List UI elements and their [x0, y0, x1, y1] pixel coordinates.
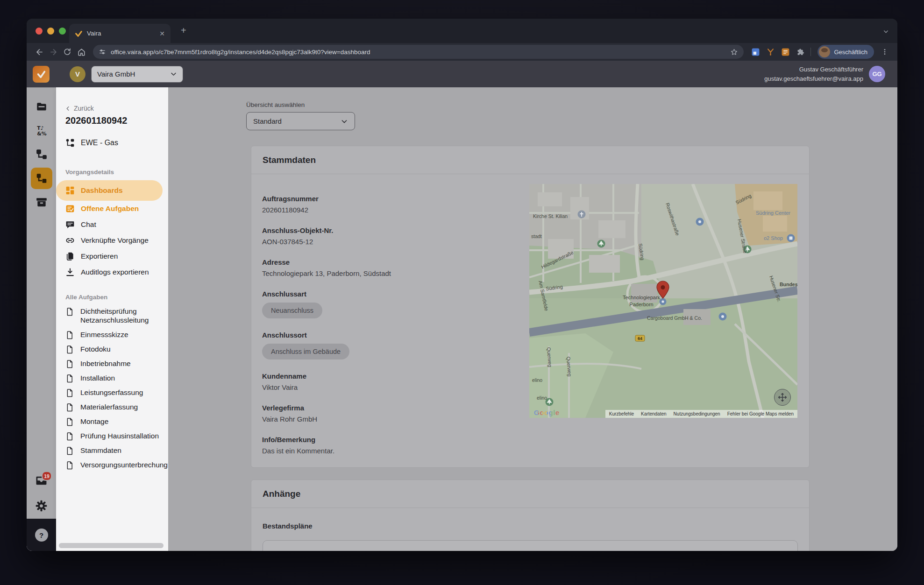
- gear-icon: [35, 500, 48, 512]
- sidebar-item-chat[interactable]: Chat: [65, 217, 168, 233]
- bestandsplaene-dropzone[interactable]: [263, 540, 798, 551]
- task-item-leistungserfassung[interactable]: Leistungserfassung: [65, 388, 168, 397]
- field-label: Auftragsnummer: [262, 195, 529, 203]
- org-select[interactable]: Vaira GmbH: [91, 66, 183, 83]
- tab-strip: Vaira ✕ +: [27, 19, 897, 43]
- sidebar-item-label: Dashboards: [81, 186, 123, 195]
- map-label[interactable]: Südring Center: [756, 210, 790, 216]
- home-button[interactable]: [74, 45, 88, 58]
- reload-button[interactable]: [60, 45, 74, 58]
- sidebar-item-verknuepfte-vorgaenge[interactable]: Verknüpfte Vorgänge: [65, 233, 168, 248]
- rail-item-instances-active[interactable]: [31, 168, 52, 189]
- bookmark-star-icon[interactable]: [730, 48, 738, 56]
- field-label: Anschlussart: [262, 290, 529, 298]
- map-terms-link[interactable]: Nutzungsbedingungen: [674, 411, 720, 416]
- sidebar-item-dashboards[interactable]: Dashboards: [56, 180, 163, 201]
- field-label: Info/Bemerkung: [262, 436, 529, 444]
- rail-item-projects[interactable]: [31, 96, 52, 118]
- task-item-dichtheitspruefung[interactable]: Dichtheitsprüfung Netzanschlussleitung: [65, 307, 168, 325]
- bestandsplaene-label: Bestandspläne: [263, 522, 798, 530]
- task-item-versorgungsunterbrechung[interactable]: Versorgungsunterbrechung: [65, 460, 168, 470]
- field-types-icon: T♪ &%: [36, 125, 48, 137]
- field-label: Anschlussort: [262, 331, 529, 339]
- field-anschluss-objekt-nr: Anschluss-Objekt-Nr. AON-037845-12: [262, 226, 529, 246]
- site-settings-icon[interactable]: [99, 48, 106, 56]
- route-badge: 64: [635, 335, 645, 341]
- map-report-link[interactable]: Fehler bei Google Maps melden: [727, 411, 794, 416]
- svg-text:64: 64: [638, 336, 642, 341]
- overview-select[interactable]: Standard: [246, 112, 355, 130]
- drawer-horizontal-scrollbar[interactable]: [59, 543, 163, 548]
- chat-icon: [65, 220, 75, 229]
- browser-profile-chip[interactable]: Geschäftlich: [817, 45, 874, 59]
- back-label: Zurück: [74, 105, 94, 112]
- back-button[interactable]: [32, 45, 46, 58]
- map-label: Bundesstr.: [780, 282, 797, 287]
- google-logo[interactable]: Google: [534, 409, 560, 416]
- task-item-stammdaten[interactable]: Stammdaten: [65, 446, 168, 455]
- close-window-button[interactable]: [36, 28, 43, 35]
- help-button[interactable]: ?: [35, 529, 48, 542]
- task-label: Materialerfassung: [80, 402, 161, 411]
- field-value: Vaira Rohr GmbH: [262, 415, 529, 423]
- vaira-favicon-icon: [75, 30, 82, 37]
- rail-item-data-fields[interactable]: T♪ &%: [31, 120, 52, 141]
- new-tab-button[interactable]: +: [181, 26, 186, 35]
- inbox-badge: 19: [42, 471, 52, 481]
- rail-item-archive[interactable]: [31, 191, 52, 213]
- forward-button[interactable]: [46, 45, 60, 58]
- url-bar[interactable]: office.vaira.app/o/c7be7mnm5f1rdro8tg2g/…: [93, 45, 744, 59]
- extension-orange-icon[interactable]: [781, 48, 790, 56]
- app-header: V Vaira GmbH Gustav Geschäftsführer gust…: [27, 61, 897, 87]
- task-item-fotodoku[interactable]: Fotodoku: [65, 345, 168, 354]
- google-map[interactable]: 64 Kirche St. Kilian Roswithastraße Südr…: [529, 184, 797, 418]
- rail-item-settings[interactable]: [27, 500, 56, 512]
- extension-blue-icon[interactable]: [751, 48, 760, 56]
- task-label: Dichtheitsprüfung Netzanschlussleitung: [80, 307, 161, 325]
- task-label: Versorgungsunterbrechung: [80, 460, 161, 469]
- task-item-inbetriebnahme[interactable]: Inbetriebnahme: [65, 359, 168, 368]
- map-pan-control[interactable]: [774, 389, 791, 406]
- browser-tab-vaira[interactable]: Vaira ✕: [69, 24, 171, 43]
- main-content: Übersicht auswählen Standard Stammdaten …: [168, 87, 897, 551]
- tab-close-icon[interactable]: ✕: [159, 30, 165, 37]
- browser-profile-avatar: [819, 46, 830, 57]
- maximize-window-button[interactable]: [59, 28, 66, 35]
- org-select-value: Vaira GmbH: [97, 70, 135, 78]
- org-avatar: V: [70, 66, 85, 82]
- task-item-einmessskizze[interactable]: Einmessskizze: [65, 330, 168, 339]
- extensions-puzzle-icon[interactable]: [796, 48, 805, 56]
- user-avatar[interactable]: GG: [869, 66, 885, 82]
- field-verlegefirma: Verlegefirma Vaira Rohr GmbH: [262, 404, 529, 423]
- task-label: Montage: [80, 417, 161, 426]
- sidebar-item-offene-aufgaben[interactable]: Offene Aufgaben: [65, 201, 168, 217]
- sidebar-item-exportieren[interactable]: Exportieren: [65, 248, 168, 264]
- task-item-montage[interactable]: Montage: [65, 417, 168, 426]
- project-link[interactable]: EWE - Gas: [65, 138, 168, 148]
- map-label[interactable]: o2 Shop: [764, 235, 783, 241]
- app-body: T♪ &%: [27, 87, 897, 551]
- rail-item-inbox[interactable]: 19: [27, 474, 56, 487]
- map-label[interactable]: Paderborn: [629, 302, 653, 307]
- minimize-window-button[interactable]: [47, 28, 54, 35]
- map-label[interactable]: Technologiepark: [623, 295, 661, 300]
- map-shortcuts-link[interactable]: Kurzbefehle: [609, 411, 634, 416]
- task-item-materialerfassung[interactable]: Materialerfassung: [65, 402, 168, 412]
- sidebar-item-auditlogs[interactable]: Auditlogs exportieren: [65, 264, 168, 280]
- open-tasks-icon: [65, 204, 75, 213]
- back-link[interactable]: Zurück: [65, 105, 168, 112]
- field-label: Kundenname: [262, 372, 529, 380]
- file-icon: [65, 359, 74, 368]
- tab-search-chevron-icon[interactable]: [883, 28, 889, 36]
- task-item-pruefung-hausinstallation[interactable]: Prüfung Hausinstallation: [65, 431, 168, 441]
- map-label[interactable]: Cargoboard GmbH & Co.: [647, 315, 702, 321]
- url-text[interactable]: office.vaira.app/o/c7be7mnm5f1rdro8tg2g/…: [111, 49, 725, 56]
- rail-item-workflows[interactable]: [31, 144, 52, 165]
- task-item-installation[interactable]: Installation: [65, 374, 168, 383]
- browser-menu-dots-icon[interactable]: [878, 45, 892, 58]
- task-label: Einmessskizze: [80, 330, 161, 339]
- map-data-link[interactable]: Kartendaten: [641, 411, 667, 416]
- browser-profile-label: Geschäftlich: [834, 49, 867, 56]
- extension-plug-icon[interactable]: [766, 48, 775, 56]
- extensions-area: [751, 48, 805, 56]
